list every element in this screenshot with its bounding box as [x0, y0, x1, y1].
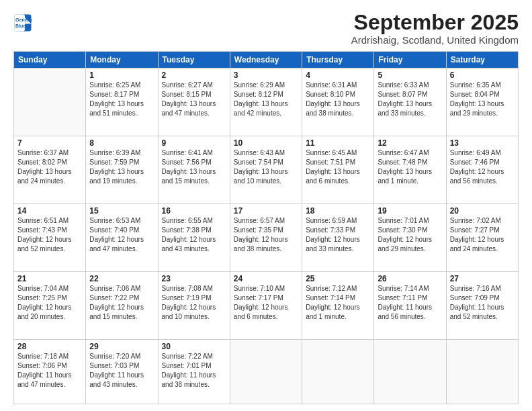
day-info: Sunrise: 7:10 AMSunset: 7:17 PMDaylight:…: [234, 284, 298, 322]
col-saturday: Saturday: [446, 52, 518, 68]
location: Ardrishaig, Scotland, United Kingdom: [32, 34, 519, 46]
day-info: Sunrise: 6:33 AMSunset: 8:07 PMDaylight:…: [378, 81, 442, 118]
calendar-cell: 29Sunrise: 7:20 AMSunset: 7:03 PMDayligh…: [86, 339, 158, 404]
logo-icon: General Blue: [13, 13, 32, 32]
day-number: 3: [234, 71, 298, 80]
header: General Blue September 2025 Ardrishaig, …: [13, 11, 519, 46]
day-info: Sunrise: 7:12 AMSunset: 7:14 PMDaylight:…: [306, 284, 370, 322]
day-info: Sunrise: 6:55 AMSunset: 7:38 PMDaylight:…: [162, 216, 226, 254]
calendar-week-4: 21Sunrise: 7:04 AMSunset: 7:25 PMDayligh…: [14, 272, 519, 340]
day-info: Sunrise: 7:14 AMSunset: 7:11 PMDaylight:…: [378, 284, 442, 322]
calendar-cell: 14Sunrise: 6:51 AMSunset: 7:43 PMDayligh…: [14, 204, 86, 272]
calendar-cell: 12Sunrise: 6:47 AMSunset: 7:48 PMDayligh…: [374, 136, 446, 204]
day-number: 17: [234, 206, 298, 216]
day-info: Sunrise: 6:25 AMSunset: 8:17 PMDaylight:…: [89, 81, 154, 118]
day-info: Sunrise: 6:27 AMSunset: 8:15 PMDaylight:…: [162, 81, 226, 118]
day-number: 24: [234, 274, 298, 283]
day-number: 4: [306, 71, 370, 80]
calendar-cell: 4Sunrise: 6:31 AMSunset: 8:10 PMDaylight…: [302, 68, 374, 136]
day-number: 7: [17, 138, 82, 148]
day-info: Sunrise: 7:16 AMSunset: 7:09 PMDaylight:…: [450, 284, 515, 322]
header-row: Sunday Monday Tuesday Wednesday Thursday…: [14, 52, 519, 68]
calendar-cell: 16Sunrise: 6:55 AMSunset: 7:38 PMDayligh…: [158, 204, 230, 272]
day-info: Sunrise: 7:06 AMSunset: 7:22 PMDaylight:…: [89, 284, 154, 322]
day-info: Sunrise: 6:37 AMSunset: 8:02 PMDaylight:…: [17, 148, 82, 186]
calendar-week-2: 7Sunrise: 6:37 AMSunset: 8:02 PMDaylight…: [14, 136, 519, 204]
col-wednesday: Wednesday: [230, 52, 302, 68]
calendar-cell: 6Sunrise: 6:35 AMSunset: 8:04 PMDaylight…: [446, 68, 518, 136]
col-monday: Monday: [86, 52, 158, 68]
calendar-cell: 13Sunrise: 6:49 AMSunset: 7:46 PMDayligh…: [446, 136, 518, 204]
calendar-cell: 28Sunrise: 7:18 AMSunset: 7:06 PMDayligh…: [14, 339, 86, 404]
calendar-cell: 18Sunrise: 6:59 AMSunset: 7:33 PMDayligh…: [302, 204, 374, 272]
day-info: Sunrise: 6:41 AMSunset: 7:56 PMDaylight:…: [162, 148, 226, 186]
day-info: Sunrise: 6:51 AMSunset: 7:43 PMDaylight:…: [17, 216, 82, 254]
day-info: Sunrise: 7:02 AMSunset: 7:27 PMDaylight:…: [450, 216, 515, 254]
day-number: 9: [162, 138, 226, 148]
day-number: 2: [162, 71, 226, 80]
calendar-week-1: 1Sunrise: 6:25 AMSunset: 8:17 PMDaylight…: [14, 68, 519, 136]
day-info: Sunrise: 6:57 AMSunset: 7:35 PMDaylight:…: [234, 216, 298, 254]
calendar-cell: 19Sunrise: 7:01 AMSunset: 7:30 PMDayligh…: [374, 204, 446, 272]
day-number: 30: [162, 342, 226, 351]
month-title: September 2025: [32, 11, 519, 34]
day-info: Sunrise: 7:04 AMSunset: 7:25 PMDaylight:…: [17, 284, 82, 322]
day-info: Sunrise: 7:18 AMSunset: 7:06 PMDaylight:…: [17, 352, 82, 390]
calendar-week-5: 28Sunrise: 7:18 AMSunset: 7:06 PMDayligh…: [14, 339, 519, 404]
col-tuesday: Tuesday: [158, 52, 230, 68]
col-friday: Friday: [374, 52, 446, 68]
day-number: 22: [89, 274, 154, 283]
day-info: Sunrise: 7:22 AMSunset: 7:01 PMDaylight:…: [162, 352, 226, 390]
calendar-cell: 10Sunrise: 6:43 AMSunset: 7:54 PMDayligh…: [230, 136, 302, 204]
calendar-cell: 5Sunrise: 6:33 AMSunset: 8:07 PMDaylight…: [374, 68, 446, 136]
day-number: 6: [450, 71, 515, 80]
day-info: Sunrise: 7:08 AMSunset: 7:19 PMDaylight:…: [162, 284, 226, 322]
title-section: September 2025 Ardrishaig, Scotland, Uni…: [32, 11, 519, 46]
day-number: 26: [378, 274, 442, 283]
day-number: 1: [89, 71, 154, 80]
day-info: Sunrise: 6:49 AMSunset: 7:46 PMDaylight:…: [450, 148, 515, 186]
calendar-cell: 26Sunrise: 7:14 AMSunset: 7:11 PMDayligh…: [374, 272, 446, 340]
calendar-cell: 24Sunrise: 7:10 AMSunset: 7:17 PMDayligh…: [230, 272, 302, 340]
day-number: 23: [162, 274, 226, 283]
day-number: 14: [17, 206, 82, 216]
day-number: 15: [89, 206, 154, 216]
calendar-cell: [14, 68, 86, 136]
day-number: 25: [306, 274, 370, 283]
logo: General Blue: [13, 13, 32, 32]
calendar-cell: 11Sunrise: 6:45 AMSunset: 7:51 PMDayligh…: [302, 136, 374, 204]
day-number: 8: [89, 138, 154, 148]
day-info: Sunrise: 6:35 AMSunset: 8:04 PMDaylight:…: [450, 81, 515, 118]
col-sunday: Sunday: [14, 52, 86, 68]
day-info: Sunrise: 6:47 AMSunset: 7:48 PMDaylight:…: [378, 148, 442, 186]
calendar-cell: 1Sunrise: 6:25 AMSunset: 8:17 PMDaylight…: [86, 68, 158, 136]
calendar-cell: [230, 339, 302, 404]
svg-text:Blue: Blue: [15, 24, 26, 28]
day-number: 16: [162, 206, 226, 216]
day-number: 12: [378, 138, 442, 148]
day-number: 21: [17, 274, 82, 283]
calendar-week-3: 14Sunrise: 6:51 AMSunset: 7:43 PMDayligh…: [14, 204, 519, 272]
day-info: Sunrise: 6:29 AMSunset: 8:12 PMDaylight:…: [234, 81, 298, 118]
calendar-cell: [446, 339, 518, 404]
calendar-cell: 2Sunrise: 6:27 AMSunset: 8:15 PMDaylight…: [158, 68, 230, 136]
day-number: 11: [306, 138, 370, 148]
day-number: 10: [234, 138, 298, 148]
calendar-cell: [374, 339, 446, 404]
page-container: General Blue September 2025 Ardrishaig, …: [0, 0, 532, 411]
calendar-cell: [302, 339, 374, 404]
calendar-cell: 3Sunrise: 6:29 AMSunset: 8:12 PMDaylight…: [230, 68, 302, 136]
day-number: 29: [89, 342, 154, 351]
day-info: Sunrise: 6:53 AMSunset: 7:40 PMDaylight:…: [89, 216, 154, 254]
day-info: Sunrise: 7:01 AMSunset: 7:30 PMDaylight:…: [378, 216, 442, 254]
calendar-cell: 17Sunrise: 6:57 AMSunset: 7:35 PMDayligh…: [230, 204, 302, 272]
calendar-cell: 23Sunrise: 7:08 AMSunset: 7:19 PMDayligh…: [158, 272, 230, 340]
day-info: Sunrise: 6:39 AMSunset: 7:59 PMDaylight:…: [89, 148, 154, 186]
day-info: Sunrise: 7:20 AMSunset: 7:03 PMDaylight:…: [89, 352, 154, 390]
day-number: 19: [378, 206, 442, 216]
calendar-cell: 9Sunrise: 6:41 AMSunset: 7:56 PMDaylight…: [158, 136, 230, 204]
day-number: 20: [450, 206, 515, 216]
day-info: Sunrise: 6:31 AMSunset: 8:10 PMDaylight:…: [306, 81, 370, 118]
calendar-cell: 25Sunrise: 7:12 AMSunset: 7:14 PMDayligh…: [302, 272, 374, 340]
calendar-cell: 22Sunrise: 7:06 AMSunset: 7:22 PMDayligh…: [86, 272, 158, 340]
